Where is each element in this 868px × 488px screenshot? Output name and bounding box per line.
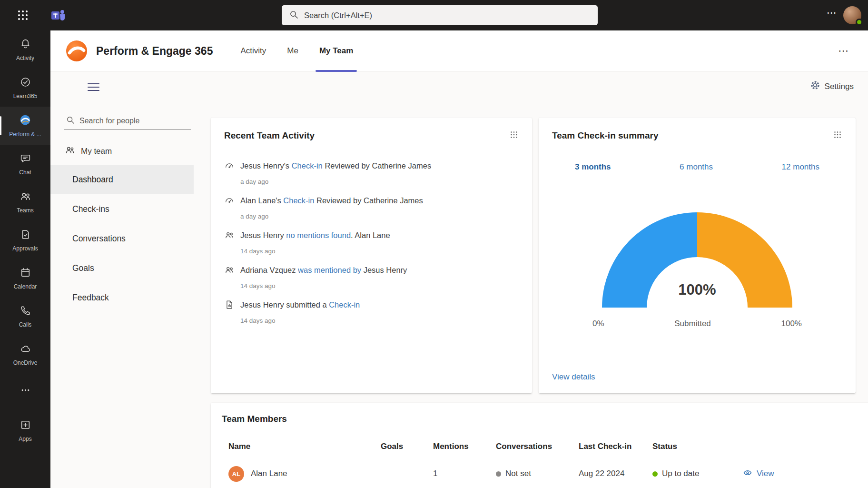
- table-row[interactable]: AL Alan Lane 1 Not set Aug 22 2024 Up to…: [211, 463, 868, 485]
- period-3-months[interactable]: 3 months: [575, 162, 611, 172]
- cell-conversations: Not set: [496, 469, 579, 478]
- collapse-menu-button[interactable]: [88, 81, 99, 93]
- feed-timestamp: 14 days ago: [240, 317, 519, 324]
- rail-item-calls[interactable]: Calls: [0, 297, 50, 335]
- period-tabs: 3 months 6 months 12 months: [552, 162, 842, 172]
- rail-item-activity[interactable]: Activity: [0, 30, 50, 69]
- rail-item-label: Calendar: [14, 283, 37, 290]
- app-more-button[interactable]: ⋯: [838, 45, 849, 57]
- feed-text: Adriana Vzquez was mentioned by Jesus He…: [240, 265, 407, 275]
- checkin-review-icon: [224, 195, 235, 208]
- rail-item-label: Teams: [17, 207, 33, 214]
- app-title: Perform & Engage 365: [96, 45, 213, 58]
- rail-item-more[interactable]: [0, 373, 50, 411]
- perform-engage-icon: [19, 114, 31, 128]
- feed-text: Jesus Henry submitted a Check-in: [240, 299, 360, 310]
- rail-item-label: Perform & ...: [9, 131, 41, 138]
- tab-me[interactable]: Me: [276, 30, 309, 72]
- drag-handle-icon[interactable]: [833, 130, 842, 141]
- column-header-mentions: Mentions: [433, 442, 496, 451]
- column-header-last-checkin: Last Check-in: [579, 442, 652, 451]
- team-checkin-summary-card: Team Check-in summary 3 months 6 months …: [539, 118, 856, 393]
- user-avatar[interactable]: [843, 6, 861, 24]
- rail-item-apps[interactable]: Apps: [0, 411, 50, 449]
- cloud-icon: [20, 343, 31, 357]
- rail-item-calendar[interactable]: Calendar: [0, 259, 50, 297]
- chat-icon: [20, 152, 31, 166]
- app-tabs: Activity Me My Team: [230, 30, 364, 72]
- calendar-icon: [20, 267, 31, 280]
- rail-item-learn365[interactable]: Learn365: [0, 69, 50, 107]
- mentions-link[interactable]: no mentions found: [286, 231, 351, 239]
- global-search-bar[interactable]: [282, 5, 598, 25]
- nav-item-check-ins[interactable]: Check-ins: [50, 194, 194, 224]
- check-in-link[interactable]: Check-in: [292, 161, 323, 170]
- recent-team-activity-card: Recent Team Activity Jesus Henry's Check…: [211, 118, 532, 393]
- table-header-row: Name Goals Mentions Conversations Last C…: [211, 442, 868, 451]
- check-in-link[interactable]: Check-in: [283, 196, 314, 205]
- drag-handle-icon[interactable]: [509, 130, 519, 141]
- cell-status: Up to date: [652, 469, 743, 478]
- nav-item-conversations[interactable]: Conversations: [50, 224, 194, 253]
- column-header-name: Name: [228, 442, 381, 451]
- feed-timestamp: a day ago: [240, 178, 519, 185]
- apps-plus-icon: [20, 419, 31, 433]
- tab-my-team[interactable]: My Team: [309, 30, 364, 72]
- search-icon: [289, 10, 298, 21]
- rail-item-label: Activity: [16, 55, 34, 61]
- dashboard-nav: Dashboard Check-ins Conversations Goals …: [50, 165, 194, 312]
- rail-item-label: Apps: [19, 436, 31, 442]
- member-avatar: AL: [228, 466, 244, 482]
- tab-activity[interactable]: Activity: [230, 30, 276, 72]
- people-search-field[interactable]: [64, 112, 191, 129]
- rail-item-teams[interactable]: Teams: [0, 183, 50, 221]
- document-icon: [224, 299, 235, 312]
- check-in-link[interactable]: Check-in: [329, 300, 360, 309]
- view-member-button[interactable]: View: [743, 468, 868, 479]
- feed-timestamp: a day ago: [240, 213, 519, 220]
- period-6-months[interactable]: 6 months: [680, 162, 713, 172]
- search-icon: [66, 116, 75, 126]
- column-header-goals: Goals: [381, 442, 433, 451]
- feed-text: Alan Lane's Check-in Reviewed by Catheri…: [240, 195, 423, 206]
- feed-item: Alan Lane's Check-in Reviewed by Catheri…: [224, 195, 519, 220]
- my-team-label: My team: [81, 147, 112, 156]
- my-team-group[interactable]: My team: [65, 145, 112, 158]
- nav-item-feedback[interactable]: Feedback: [50, 283, 194, 312]
- cell-last-checkin: Aug 22 2024: [579, 469, 652, 478]
- column-header-conversations: Conversations: [496, 442, 579, 451]
- team-members-card: Team Members Name Goals Mentions Convers…: [211, 403, 868, 488]
- people-icon: [224, 265, 235, 278]
- rail-item-label: Calls: [19, 321, 32, 328]
- card-title: Recent Team Activity: [224, 130, 315, 141]
- view-details-link[interactable]: View details: [552, 372, 842, 382]
- feed-item: Jesus Henry submitted a Check-in 14 days…: [224, 299, 519, 324]
- activity-feed: Jesus Henry's Check-in Reviewed by Cathe…: [224, 160, 519, 324]
- waffle-menu-icon[interactable]: [17, 10, 29, 21]
- nav-item-goals[interactable]: Goals: [50, 253, 194, 283]
- rail-item-perform-engage[interactable]: Perform & ...: [0, 107, 50, 145]
- gauge-chart: 100%: [597, 205, 797, 312]
- gauge-mid-label: Submitted: [674, 319, 711, 329]
- search-input[interactable]: [304, 11, 590, 20]
- teams-people-icon: [20, 190, 31, 204]
- feed-text: Jesus Henry's Check-in Reviewed by Cathe…: [240, 160, 431, 171]
- topbar-more-button[interactable]: ⋯: [827, 7, 838, 19]
- rail-item-chat[interactable]: Chat: [0, 145, 50, 183]
- people-search-input[interactable]: [79, 117, 189, 125]
- mentioned-by-link[interactable]: was mentioned by: [298, 266, 361, 274]
- settings-button[interactable]: Settings: [810, 80, 854, 93]
- checkin-gauge: 100% 0% Submitted 100%: [592, 205, 802, 329]
- teams-logo-icon[interactable]: [50, 8, 66, 22]
- presence-available-icon: [856, 19, 863, 26]
- nav-item-dashboard[interactable]: Dashboard: [50, 165, 194, 194]
- learn365-icon: [20, 76, 31, 90]
- cell-mentions: 1: [433, 469, 496, 478]
- approvals-icon: [20, 229, 31, 242]
- rail-item-onedrive[interactable]: OneDrive: [0, 335, 50, 373]
- gauge-axis-labels: 0% Submitted 100%: [592, 319, 802, 329]
- period-12-months[interactable]: 12 months: [782, 162, 819, 172]
- feed-timestamp: 14 days ago: [240, 282, 519, 289]
- settings-label: Settings: [825, 82, 854, 91]
- rail-item-approvals[interactable]: Approvals: [0, 221, 50, 259]
